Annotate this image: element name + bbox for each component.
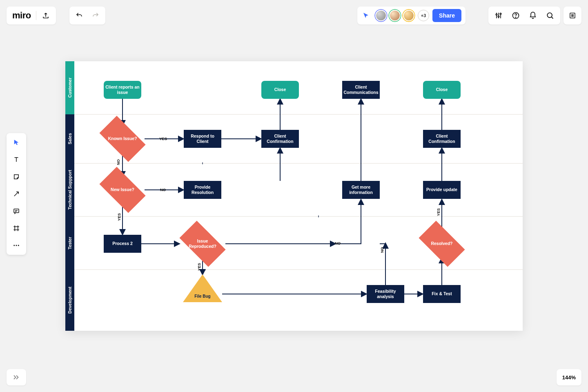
swimlane-header[interactable]: Tester (65, 216, 74, 270)
settings-icon[interactable] (494, 11, 503, 20)
swimlane-label: Sales (67, 133, 72, 144)
node-close1[interactable]: Close (261, 81, 299, 99)
frame-icon[interactable] (12, 223, 21, 234)
node-respond[interactable]: Respond to Client (184, 130, 221, 148)
swimlane-label: Development (67, 287, 72, 314)
svg-point-1 (498, 16, 499, 17)
node-known-issue[interactable]: Known Issue? (102, 122, 143, 155)
panel-icon (568, 11, 577, 20)
node-client-conf2[interactable]: Client Confirmation (423, 130, 461, 148)
swimlane-header[interactable]: Technical Suppport (65, 163, 74, 216)
lane-separator (74, 163, 523, 164)
node-feasibility[interactable]: Feasibility analysis (367, 285, 404, 303)
topbar-panel[interactable] (564, 7, 581, 24)
export-icon[interactable] (41, 11, 50, 20)
svg-point-10 (18, 245, 19, 246)
svg-point-8 (13, 245, 15, 246)
topbar-icons (488, 7, 560, 24)
node-file-bug-label: File Bug (183, 294, 222, 298)
avatar[interactable] (403, 10, 414, 21)
swimlane-header[interactable]: Sales (65, 114, 74, 163)
edge-label: YES (159, 136, 167, 141)
node-client-conf1[interactable]: Client Confirmation (261, 130, 299, 148)
avatar[interactable] (389, 10, 401, 21)
svg-point-9 (16, 245, 17, 246)
edge-label: YES (117, 213, 121, 221)
edge-label: NO (160, 187, 166, 192)
node-provide-res[interactable]: Provide Resolution (184, 181, 221, 199)
undo-icon[interactable] (75, 11, 84, 20)
swimlane-label: Tester (67, 237, 72, 249)
select-icon[interactable] (12, 137, 21, 148)
avatar[interactable] (375, 10, 387, 21)
node-client-reports[interactable]: Client reports an issue (104, 81, 141, 99)
lane-separator (74, 216, 523, 217)
svg-point-5 (547, 13, 552, 18)
edge-label: YES (436, 208, 441, 216)
edge-label: NO (380, 247, 384, 253)
cursor-icon[interactable] (361, 11, 370, 20)
swimlane-label: Technical Suppport (67, 170, 72, 209)
divider (36, 11, 36, 20)
undo-redo-group (69, 7, 105, 24)
node-process2[interactable]: Process 2 (104, 235, 141, 253)
search-icon[interactable] (546, 11, 555, 20)
node-client-comm[interactable]: Client Communications (342, 81, 380, 99)
zoom-level[interactable]: 144% (557, 369, 581, 385)
collapse-button[interactable] (7, 369, 26, 385)
lane-separator (74, 114, 523, 115)
swimlane-header[interactable]: Customer (65, 61, 74, 114)
board-canvas[interactable]: Customer Sales Technical Suppport Tester… (65, 61, 523, 331)
edge-label: YES (197, 263, 201, 271)
svg-point-2 (500, 13, 501, 14)
svg-point-4 (515, 17, 516, 18)
help-icon[interactable] (511, 11, 520, 20)
node-close2[interactable]: Close (423, 81, 461, 99)
topbar-left: miro (7, 7, 56, 24)
more-icon[interactable] (12, 240, 21, 251)
comment-icon[interactable] (12, 206, 21, 216)
node-fix-test[interactable]: Fix & Test (423, 285, 461, 303)
node-provide-update[interactable]: Provide update (423, 181, 461, 199)
share-button[interactable]: Share (432, 9, 461, 22)
text-icon[interactable] (12, 154, 21, 165)
lane-separator (74, 270, 523, 270)
topbar-share: +3 Share (357, 7, 466, 24)
left-toolbar (7, 133, 26, 255)
redo-icon[interactable] (91, 11, 100, 20)
more-users[interactable]: +3 (418, 10, 429, 21)
svg-point-0 (496, 14, 497, 15)
node-issue-repro[interactable]: Issue Reproduced? (182, 227, 223, 260)
edge-label: NO (116, 159, 120, 165)
node-get-more[interactable]: Get more information (342, 181, 380, 199)
node-resolved[interactable]: Resolved? (421, 227, 462, 260)
edge-label: NO (335, 241, 341, 245)
arrow-icon[interactable] (12, 189, 21, 199)
node-new-issue[interactable]: New Issue? (102, 174, 143, 206)
swimlane-label: Customer (67, 78, 72, 98)
swimlane-header[interactable]: Development (65, 270, 74, 331)
logo[interactable]: miro (12, 10, 31, 21)
bell-icon[interactable] (528, 11, 537, 20)
sticky-icon[interactable] (12, 172, 21, 182)
